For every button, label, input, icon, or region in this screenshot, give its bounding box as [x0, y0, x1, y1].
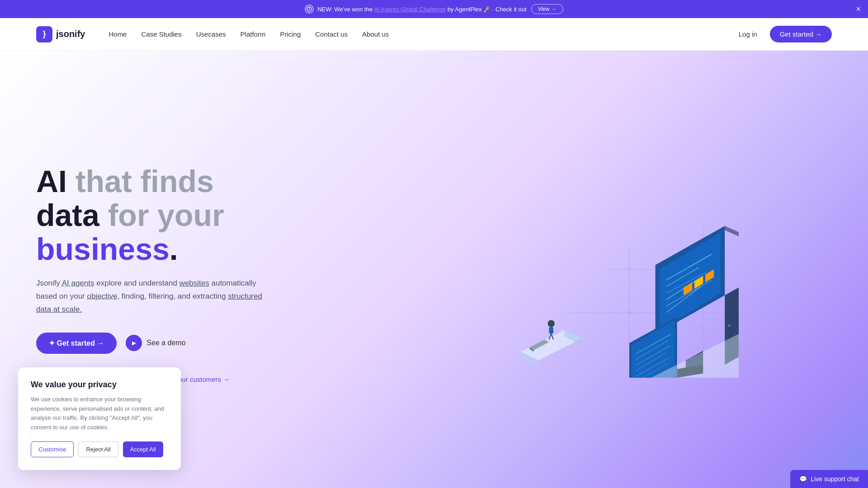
live-chat-button[interactable]: 💬 Live support chat	[790, 470, 868, 488]
announcement-close-button[interactable]: ×	[856, 5, 861, 13]
announcement-link[interactable]: AI Agents Global Challenge	[374, 6, 446, 13]
svg-line-14	[666, 254, 712, 280]
hero-description: Jsonify AI agents explore and understand…	[36, 277, 271, 316]
cookie-buttons: Customise Reject All Accept All	[31, 441, 168, 457]
get-started-nav-button[interactable]: Get started →	[770, 26, 832, 42]
svg-point-78	[728, 324, 731, 327]
cookie-consent: We value your privacy We use cookies to …	[18, 367, 181, 470]
nav-case-studies[interactable]: Case Studies	[136, 27, 187, 42]
hero-svg: </>	[476, 161, 739, 378]
cookie-text: We use cookies to enhance your browsing …	[31, 395, 168, 432]
svg-line-42	[549, 333, 551, 339]
svg-point-6	[627, 267, 631, 271]
brand-name: jsonify	[56, 29, 85, 39]
svg-line-43	[551, 333, 553, 339]
nav-usecases[interactable]: Usecases	[191, 27, 231, 42]
announcement-text: NEW: We've won the AI Agents Global Chal…	[317, 6, 526, 13]
svg-marker-26	[629, 317, 677, 378]
announcement-icon	[305, 5, 314, 14]
nav-platform[interactable]: Platform	[235, 27, 271, 42]
svg-line-28	[636, 334, 670, 354]
svg-text:</>: </>	[690, 324, 706, 334]
svg-marker-13	[660, 232, 720, 330]
svg-point-40	[548, 320, 555, 327]
reject-cookies-button[interactable]: Reject All	[78, 441, 118, 457]
svg-marker-12	[656, 226, 725, 334]
svg-marker-23	[686, 351, 703, 374]
svg-line-16	[666, 273, 705, 293]
hero-title: AI that finds data for your business.	[36, 164, 271, 266]
nav-home[interactable]: Home	[103, 27, 132, 42]
svg-marker-38	[521, 352, 538, 367]
svg-marker-39	[564, 330, 581, 345]
nav-about[interactable]: About us	[357, 27, 394, 42]
svg-line-29	[636, 340, 668, 359]
svg-line-17	[666, 282, 694, 300]
customise-cookies-button[interactable]: Customise	[31, 441, 74, 457]
navbar: } jsonify Home Case Studies Usecases Pla…	[0, 18, 868, 51]
hero-content: AI that finds data for your business. Js…	[36, 164, 271, 383]
svg-marker-45	[529, 347, 534, 352]
nav-pricing[interactable]: Pricing	[274, 27, 306, 42]
chat-icon: 💬	[799, 475, 807, 483]
svg-line-15	[666, 267, 699, 286]
svg-marker-20	[684, 282, 692, 296]
svg-line-19	[666, 286, 701, 313]
svg-point-9	[627, 311, 631, 314]
see-demo-button[interactable]: ▶ See a demo	[126, 335, 185, 351]
svg-marker-25	[725, 226, 739, 261]
login-button[interactable]: Log in	[733, 27, 763, 42]
logo[interactable]: } jsonify	[36, 26, 85, 42]
svg-rect-41	[549, 327, 553, 333]
svg-line-32	[636, 357, 670, 376]
get-started-hero-button[interactable]: ✦ Get started →	[36, 333, 117, 354]
svg-marker-44	[529, 340, 549, 350]
svg-line-31	[636, 352, 666, 371]
nav-contact[interactable]: Contact us	[310, 27, 353, 42]
svg-marker-37	[521, 330, 581, 360]
svg-marker-21	[694, 276, 703, 289]
svg-line-18	[666, 280, 712, 306]
svg-marker-11	[725, 256, 739, 365]
hero-illustration: </>	[347, 51, 868, 488]
cookie-title: We value your privacy	[31, 380, 168, 389]
svg-marker-22	[705, 269, 714, 282]
live-chat-label: Live support chat	[811, 475, 859, 483]
hero-actions: ✦ Get started → ▶ See a demo	[36, 333, 271, 354]
nav-links: Home Case Studies Usecases Platform Pric…	[103, 27, 733, 42]
play-icon: ▶	[126, 335, 142, 351]
svg-marker-34	[608, 334, 739, 378]
announcement-bar: NEW: We've won the AI Agents Global Chal…	[0, 0, 868, 18]
logo-icon: }	[36, 26, 52, 42]
svg-line-30	[636, 346, 670, 365]
nav-actions: Log in Get started →	[733, 26, 832, 42]
announcement-view-button[interactable]: View →	[531, 4, 563, 14]
svg-point-7	[671, 311, 675, 314]
accept-cookies-button[interactable]: Accept All	[123, 441, 163, 457]
svg-line-33	[636, 363, 668, 378]
svg-point-8	[701, 267, 705, 271]
svg-marker-36	[738, 334, 739, 373]
svg-marker-24	[677, 365, 703, 378]
svg-marker-27	[632, 320, 675, 378]
